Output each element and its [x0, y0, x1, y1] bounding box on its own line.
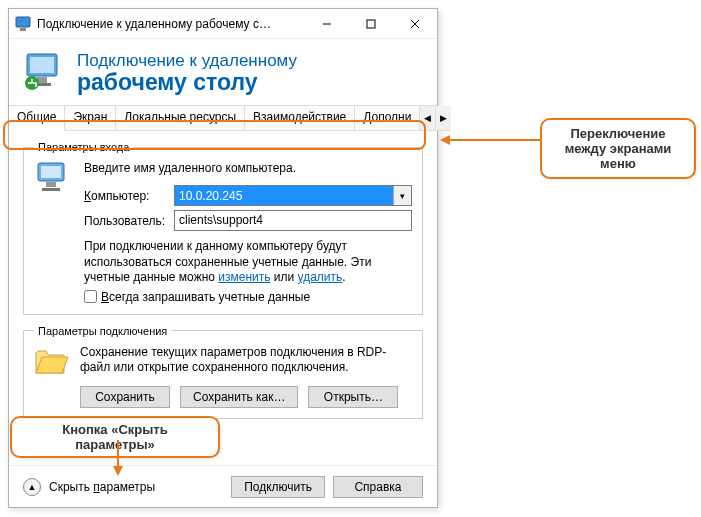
tab-scroll-right[interactable]: ▶ — [435, 106, 451, 130]
folder-icon — [34, 345, 70, 379]
close-button[interactable] — [393, 9, 437, 39]
link-edit-credentials[interactable]: изменить — [218, 270, 270, 284]
user-label: Пользователь: — [84, 214, 174, 228]
window-controls — [305, 9, 437, 39]
svg-rect-0 — [16, 17, 30, 27]
always-ask-label: Всегда запрашивать учетные данные — [101, 290, 310, 304]
header: Подключение к удаленному рабочему столу — [9, 39, 437, 105]
svg-marker-16 — [440, 135, 450, 145]
tab-scroll-left[interactable]: ◀ — [419, 106, 435, 130]
help-button[interactable]: Справка — [333, 476, 423, 498]
open-button[interactable]: Открыть… — [308, 386, 398, 408]
link-delete-credentials[interactable]: удалить — [298, 270, 343, 284]
user-field: clients\support4 — [174, 210, 412, 231]
computer-input[interactable] — [175, 186, 393, 205]
tab-strip: Общие Экран Локальные ресурсы Взаимодейс… — [9, 105, 437, 131]
window-title: Подключение к удаленному рабочему с… — [37, 17, 305, 31]
tab-scroll: ◀ ▶ — [419, 106, 451, 131]
tab-advanced[interactable]: Дополни — [355, 106, 419, 131]
connection-group: Параметры подключения Сохранение текущих… — [23, 325, 423, 419]
tab-content: Параметры входа Введите имя удаленного к… — [9, 131, 437, 431]
computer-icon — [34, 161, 74, 199]
save-button[interactable]: Сохранить — [80, 386, 170, 408]
always-ask-checkbox[interactable] — [84, 290, 97, 303]
login-intro: Введите имя удаленного компьютера. — [84, 161, 412, 175]
svg-rect-14 — [42, 188, 60, 191]
footer: ▲ Скрыть параметры Подключить Справка — [9, 465, 437, 507]
tab-display[interactable]: Экран — [65, 106, 116, 131]
header-text: Подключение к удаленному рабочему столу — [77, 51, 297, 94]
annotation-callout-hide: Кнопка «Скрыть параметры» — [10, 416, 220, 458]
header-line1: Подключение к удаленному — [77, 51, 297, 71]
svg-rect-3 — [367, 20, 375, 28]
connect-button[interactable]: Подключить — [231, 476, 325, 498]
connection-text: Сохранение текущих параметров подключени… — [80, 345, 412, 376]
annotation-arrow-down — [112, 440, 114, 472]
annotation-callout-tabs: Переключение между экранами меню — [540, 118, 696, 179]
computer-combobox[interactable]: ▾ — [174, 185, 412, 206]
header-line2: рабочему столу — [77, 71, 297, 94]
tab-experience[interactable]: Взаимодействие — [245, 106, 355, 131]
rdp-app-icon — [15, 16, 31, 32]
save-as-button[interactable]: Сохранить как… — [180, 386, 298, 408]
tab-local-resources[interactable]: Локальные ресурсы — [116, 106, 245, 131]
minimize-button[interactable] — [305, 9, 349, 39]
computer-label: Компьютер: — [84, 189, 174, 203]
hide-params-toggle[interactable]: ▲ — [23, 478, 41, 496]
login-group-title: Параметры входа — [34, 141, 133, 153]
svg-rect-1 — [20, 28, 26, 31]
svg-rect-13 — [46, 182, 56, 187]
titlebar: Подключение к удаленному рабочему с… — [9, 9, 437, 39]
annotation-arrow-right — [440, 134, 540, 136]
tab-general[interactable]: Общие — [9, 106, 65, 131]
login-group: Параметры входа Введите имя удаленного к… — [23, 141, 423, 315]
hide-params-label[interactable]: Скрыть параметры — [49, 480, 155, 494]
svg-rect-12 — [41, 166, 61, 178]
credentials-note: При подключении к данному компьютеру буд… — [84, 239, 412, 286]
computer-dropdown-button[interactable]: ▾ — [393, 186, 411, 205]
maximize-button[interactable] — [349, 9, 393, 39]
connection-group-title: Параметры подключения — [34, 325, 171, 337]
svg-rect-7 — [30, 57, 54, 73]
rdp-header-icon — [23, 52, 67, 92]
